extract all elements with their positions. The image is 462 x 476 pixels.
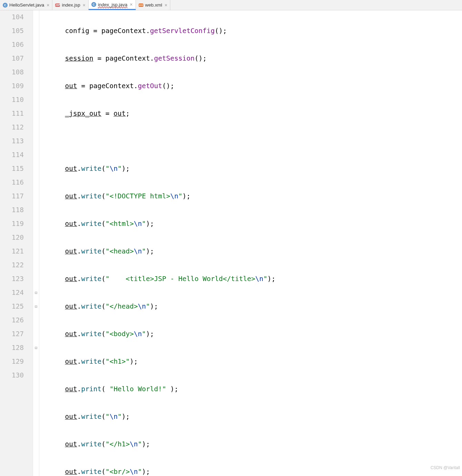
fold-marker[interactable]: ⊟	[33, 300, 39, 313]
line-number-gutter: 1041051061071081091101111121131141151161…	[0, 10, 33, 476]
line-number: 123	[6, 272, 24, 286]
fold-marker	[33, 258, 39, 272]
close-icon[interactable]: ×	[47, 2, 49, 8]
fold-marker[interactable]: ⊟	[33, 341, 39, 355]
line-number: 105	[6, 24, 24, 38]
line-number: 111	[6, 107, 24, 121]
line-number: 108	[6, 65, 24, 79]
fold-marker	[33, 24, 39, 38]
line-number: 106	[6, 38, 24, 52]
tab-indexjsp[interactable]: JSP index.jsp ×	[52, 0, 88, 10]
fold-marker	[33, 203, 39, 217]
code-line	[41, 134, 462, 148]
fold-marker	[33, 10, 39, 24]
code-line: out.write("<head>\n");	[41, 245, 462, 258]
line-number: 107	[6, 52, 24, 65]
fold-marker	[33, 134, 39, 148]
fold-marker	[33, 52, 39, 65]
line-number: 116	[6, 176, 24, 189]
line-number: 120	[6, 231, 24, 245]
line-number: 121	[6, 245, 24, 258]
line-number: 119	[6, 217, 24, 231]
code-line: out.write("<!DOCTYPE html>\n");	[41, 189, 462, 203]
tab-indexjspjava[interactable]: C index_jsp.java ×	[89, 0, 136, 10]
line-number: 113	[6, 134, 24, 148]
fold-marker	[33, 189, 39, 203]
fold-column: ⊟⊟⊟	[33, 10, 39, 476]
fold-marker	[33, 272, 39, 286]
editor[interactable]: 1041051061071081091101111121131141151161…	[0, 10, 462, 476]
line-number: 109	[6, 79, 24, 93]
line-number: 115	[6, 162, 24, 176]
line-number: 114	[6, 148, 24, 162]
close-icon[interactable]: ×	[83, 2, 86, 8]
code-line: out.write("\n");	[41, 410, 462, 424]
line-number: 110	[6, 93, 24, 107]
fold-marker	[33, 38, 39, 52]
close-icon[interactable]: ×	[130, 2, 133, 7]
line-number: 128	[6, 341, 24, 355]
code-line: out.write("\n");	[41, 162, 462, 176]
tab-label: index_jsp.java	[98, 2, 128, 7]
line-number: 125	[6, 300, 24, 313]
code-line: session = pageContext.getSession();	[41, 52, 462, 65]
code-line: out.write("<body>\n");	[41, 327, 462, 341]
line-number: 122	[6, 258, 24, 272]
class-icon: C	[91, 2, 96, 7]
jsp-icon: JSP	[55, 3, 60, 7]
line-number: 124	[6, 286, 24, 300]
code-line: out.print( "Hello World!" );	[41, 382, 462, 396]
code-line: out.write("<html>\n");	[41, 217, 462, 231]
line-number: 127	[6, 327, 24, 341]
watermark: CSDN @Varitall	[431, 461, 460, 475]
fold-marker	[33, 176, 39, 189]
fold-marker	[33, 107, 39, 121]
line-number: 117	[6, 189, 24, 203]
line-number: 129	[6, 355, 24, 369]
line-number: 126	[6, 313, 24, 327]
fold-marker	[33, 327, 39, 341]
fold-marker	[33, 65, 39, 79]
fold-marker	[33, 93, 39, 107]
line-number: 118	[6, 203, 24, 217]
code-line: out.write("</head>\n");	[41, 300, 462, 313]
code-line: out = pageContext.getOut();	[41, 79, 462, 93]
tab-label: index.jsp	[62, 2, 80, 8]
fold-marker	[33, 245, 39, 258]
code-line: out.write("<br/>\n");	[41, 465, 462, 476]
code-line: _jspx_out = out;	[41, 107, 462, 121]
tab-webxml[interactable]: xml web.xml ×	[136, 0, 171, 10]
fold-marker	[33, 148, 39, 162]
editor-tabs: C HelloServlet.java × JSP index.jsp × C …	[0, 0, 462, 10]
tab-helloservlet[interactable]: C HelloServlet.java ×	[0, 0, 52, 10]
fold-marker	[33, 355, 39, 369]
code-line: out.write(" <title>JSP - Hello World</ti…	[41, 272, 462, 286]
code-area[interactable]: config = pageContext.getServletConfig();…	[39, 10, 462, 476]
fold-marker	[33, 162, 39, 176]
fold-marker	[33, 231, 39, 245]
line-number: 112	[6, 121, 24, 134]
code-line: out.write("<h1>");	[41, 355, 462, 369]
xml-icon: xml	[139, 3, 143, 7]
fold-marker	[33, 121, 39, 134]
tab-label: web.xml	[145, 2, 162, 8]
code-line: out.write("</h1>\n");	[41, 437, 462, 451]
class-icon: C	[3, 3, 8, 8]
close-icon[interactable]: ×	[164, 2, 167, 8]
fold-marker	[33, 313, 39, 327]
line-number: 130	[6, 369, 24, 382]
fold-marker[interactable]: ⊟	[33, 286, 39, 300]
code-line: config = pageContext.getServletConfig();	[41, 24, 462, 38]
line-number: 104	[6, 10, 24, 24]
fold-marker	[33, 79, 39, 93]
fold-marker	[33, 369, 39, 382]
tab-label: HelloServlet.java	[9, 2, 44, 8]
fold-marker	[33, 217, 39, 231]
